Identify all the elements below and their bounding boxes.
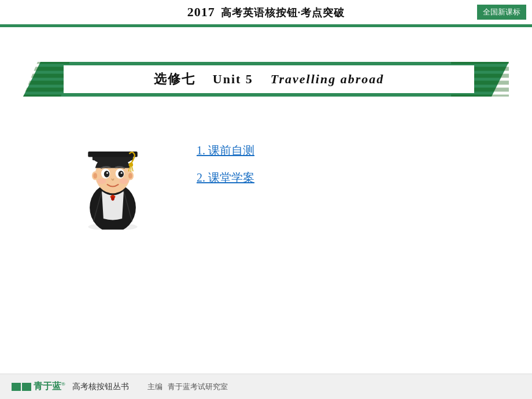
main-content: 选修七 Unit 5 Travelling abroad [0, 27, 532, 253]
svg-point-36 [97, 179, 106, 184]
svg-point-22 [128, 173, 132, 179]
green-block-2 [22, 383, 31, 391]
header-year: 2017 [187, 5, 215, 19]
footer-green-blocks [12, 383, 31, 391]
header: 2017 高考英语核按钮·考点突破 全国新课标 [0, 0, 532, 25]
header-title: 2017 高考英语核按钮·考点突破 [187, 5, 345, 20]
menu-link-1[interactable]: 1. 课前自测 [197, 143, 254, 158]
footer-brand: 青于蓝® [34, 380, 65, 393]
svg-point-21 [93, 173, 97, 179]
green-block-1 [12, 383, 21, 391]
header-badge: 全国新课标 [477, 5, 526, 20]
footer-logo: 青于蓝® [12, 380, 65, 393]
footer-series: 高考核按钮丛书 [72, 382, 129, 392]
unit-banner: 选修七 Unit 5 Travelling abroad [23, 62, 509, 97]
menu-link-2[interactable]: 2. 课堂学案 [197, 170, 254, 186]
content-section: 1. 课前自测 2. 课堂学案 [23, 120, 509, 235]
svg-line-29 [132, 167, 133, 172]
svg-point-34 [106, 172, 108, 174]
footer-editor-label: 主编 [147, 382, 162, 391]
svg-point-37 [119, 179, 128, 184]
banner-module: 选修七 [154, 72, 195, 86]
menu-links: 1. 课前自测 2. 课堂学案 [197, 143, 254, 186]
banner-text: 选修七 Unit 5 Travelling abroad [154, 71, 384, 88]
footer-editor: 青于蓝考试研究室 [168, 382, 228, 391]
svg-point-32 [104, 171, 110, 177]
banner-center: 选修七 Unit 5 Travelling abroad [64, 65, 474, 93]
footer: 青于蓝® 高考核按钮丛书 主编 青于蓝考试研究室 [0, 374, 532, 399]
character-illustration [69, 120, 162, 235]
header-subtitle: 高考英语核按钮·考点突破 [221, 7, 345, 19]
svg-point-33 [119, 171, 124, 177]
footer-editor-section: 主编 青于蓝考试研究室 [147, 382, 228, 392]
svg-point-26 [129, 162, 134, 167]
banner-unit-label: Unit 5 [213, 72, 253, 86]
svg-point-16 [111, 197, 114, 201]
banner-unit-title: Travelling abroad [271, 72, 384, 86]
svg-point-35 [121, 172, 123, 174]
